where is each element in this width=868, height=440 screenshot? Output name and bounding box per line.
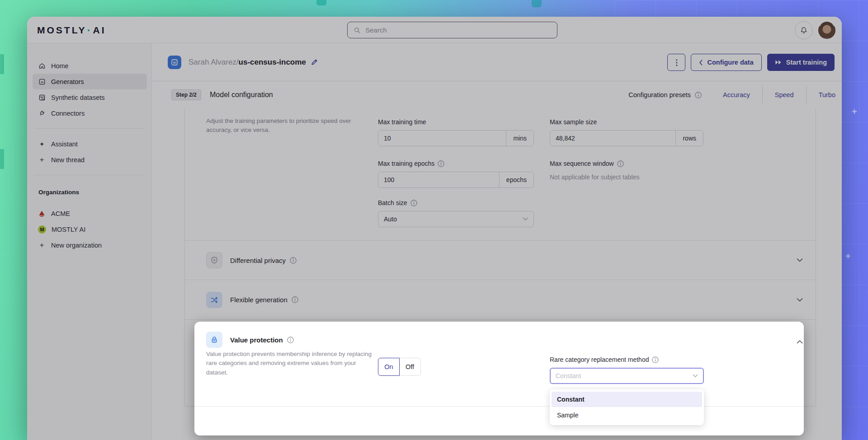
chevron-down-icon[interactable] bbox=[797, 298, 803, 302]
info-icon[interactable] bbox=[617, 160, 624, 167]
background-notch-decoration bbox=[0, 149, 4, 169]
info-icon[interactable] bbox=[410, 200, 417, 206]
section-title: Differential privacy bbox=[230, 257, 297, 264]
background-notch-decoration bbox=[0, 54, 4, 74]
sidebar-item-label: New organization bbox=[51, 242, 102, 249]
max-training-time-unit: mins bbox=[506, 131, 533, 146]
info-icon[interactable] bbox=[438, 160, 444, 167]
training-parameters-section: Adjust the training parameters to priori… bbox=[185, 108, 816, 241]
dropdown-option-constant[interactable]: Constant bbox=[552, 392, 702, 407]
user-avatar[interactable] bbox=[818, 22, 835, 39]
topbar-right-group bbox=[795, 17, 835, 43]
app-window: MOSTLY·AI Home AI Generators Synthetic d… bbox=[27, 17, 842, 440]
sidebar-item-synthetic-datasets[interactable]: Synthetic datasets bbox=[33, 89, 147, 105]
sidebar-item-label: Generators bbox=[51, 78, 84, 85]
rare-category-label: Rare category replacement method bbox=[550, 356, 659, 363]
sidebar-item-label: Assistant bbox=[51, 140, 78, 148]
chevron-down-icon bbox=[523, 217, 528, 221]
generator-header: AI Sarah Alvarez/ us-census-income ⋮ Con… bbox=[152, 43, 842, 81]
configuration-content: Adjust the training parameters to priori… bbox=[152, 108, 842, 440]
lock-icon bbox=[206, 332, 222, 348]
section-title: Flexible generation bbox=[230, 296, 298, 304]
sidebar-item-label: New thread bbox=[51, 156, 85, 164]
flexible-generation-section: Flexible generation bbox=[185, 280, 816, 320]
edit-name-icon[interactable] bbox=[311, 58, 318, 66]
rare-category-dropdown: Constant Sample bbox=[550, 389, 704, 425]
batch-size-label: Batch size bbox=[378, 199, 534, 206]
toggle-off-button[interactable]: Off bbox=[399, 358, 421, 376]
mostly-ai-org-icon: M bbox=[38, 225, 46, 234]
generators-icon: AI bbox=[38, 78, 46, 85]
step-chip: Step 2/2 bbox=[171, 89, 201, 100]
max-training-epochs-group: epochs bbox=[378, 172, 534, 188]
synthetic-datasets-icon bbox=[38, 94, 46, 101]
max-sample-size-input[interactable] bbox=[550, 131, 675, 146]
bell-icon bbox=[800, 26, 808, 34]
dropdown-option-sample[interactable]: Sample bbox=[552, 407, 702, 423]
notifications-button[interactable] bbox=[795, 21, 813, 39]
sidebar-item-label: MOSTLY AI bbox=[52, 226, 85, 233]
sidebar-divider bbox=[34, 175, 144, 175]
background-plus-decoration: + bbox=[845, 251, 851, 262]
sidebar-item-label: ACME bbox=[51, 210, 70, 217]
sidebar-item-org-mostly-ai[interactable]: M MOSTLY AI bbox=[33, 221, 147, 237]
flexible-generation-header[interactable]: Flexible generation bbox=[185, 280, 816, 319]
search-input[interactable] bbox=[365, 26, 557, 34]
training-parameters-description: Adjust the training parameters to priori… bbox=[206, 117, 365, 134]
svg-text:AI: AI bbox=[173, 61, 176, 64]
toggle-on-button[interactable]: On bbox=[378, 358, 400, 376]
preset-speed[interactable]: Speed bbox=[763, 91, 806, 98]
preset-turbo[interactable]: Turbo bbox=[807, 91, 835, 98]
chevron-down-icon bbox=[693, 374, 698, 378]
chevron-up-icon[interactable] bbox=[797, 340, 803, 344]
sidebar: Home AI Generators Synthetic datasets Co… bbox=[27, 43, 152, 440]
shuffle-icon bbox=[206, 292, 222, 308]
svg-text:AI: AI bbox=[41, 80, 43, 83]
shield-icon bbox=[206, 252, 222, 268]
configure-data-button[interactable]: Configure data bbox=[691, 54, 761, 71]
sidebar-item-assistant[interactable]: ✦ Assistant bbox=[33, 136, 147, 152]
generator-name: us-census-income bbox=[239, 58, 306, 67]
main-area: AI Sarah Alvarez/ us-census-income ⋮ Con… bbox=[152, 43, 842, 440]
max-training-epochs-input[interactable] bbox=[378, 172, 499, 187]
batch-size-value: Auto bbox=[384, 215, 397, 223]
configuration-presets: Configuration presets Accuracy Speed Tur… bbox=[628, 81, 835, 108]
sidebar-item-org-acme[interactable]: ACME bbox=[33, 206, 147, 221]
organizations-heading: Organizations bbox=[38, 189, 151, 196]
presets-label: Configuration presets bbox=[628, 91, 702, 98]
assistant-sparkle-icon: ✦ bbox=[38, 140, 46, 148]
fast-forward-icon bbox=[775, 60, 782, 65]
more-actions-button[interactable]: ⋮ bbox=[667, 54, 685, 71]
chevron-down-icon[interactable] bbox=[797, 258, 803, 262]
connectors-icon bbox=[38, 110, 46, 117]
generator-icon: AI bbox=[168, 56, 181, 69]
max-sample-size-label: Max sample size bbox=[550, 118, 703, 126]
search-bar[interactable] bbox=[347, 22, 557, 38]
sidebar-item-generators[interactable]: AI Generators bbox=[33, 74, 147, 89]
mostly-ai-logo[interactable]: MOSTLY·AI bbox=[37, 17, 106, 43]
max-training-epochs-unit: epochs bbox=[499, 172, 533, 187]
info-icon[interactable] bbox=[287, 337, 294, 343]
differential-privacy-header[interactable]: Differential privacy bbox=[185, 241, 816, 280]
info-icon[interactable] bbox=[290, 257, 297, 264]
max-training-time-input[interactable] bbox=[378, 131, 506, 146]
start-training-button[interactable]: Start training bbox=[767, 54, 835, 71]
rare-category-select[interactable]: Constant bbox=[550, 368, 704, 384]
value-protection-toggle: On Off bbox=[378, 358, 421, 376]
generator-owner: Sarah Alvarez/ bbox=[189, 58, 239, 67]
sidebar-item-new-organization[interactable]: + New organization bbox=[33, 237, 147, 253]
sidebar-item-new-thread[interactable]: + New thread bbox=[33, 152, 147, 168]
rare-category-placeholder: Constant bbox=[556, 372, 581, 379]
sidebar-item-home[interactable]: Home bbox=[33, 58, 147, 74]
sidebar-item-label: Connectors bbox=[51, 110, 85, 117]
configure-data-label: Configure data bbox=[707, 59, 753, 66]
info-icon[interactable] bbox=[652, 356, 659, 363]
acme-org-icon bbox=[38, 210, 46, 217]
info-icon[interactable] bbox=[695, 92, 702, 98]
max-training-time-group: mins bbox=[378, 130, 534, 146]
sidebar-item-connectors[interactable]: Connectors bbox=[33, 105, 147, 121]
info-icon[interactable] bbox=[292, 296, 298, 303]
preset-accuracy[interactable]: Accuracy bbox=[711, 91, 762, 98]
value-protection-description: Value protection prevents membership inf… bbox=[206, 350, 373, 377]
batch-size-select[interactable]: Auto bbox=[378, 211, 534, 227]
